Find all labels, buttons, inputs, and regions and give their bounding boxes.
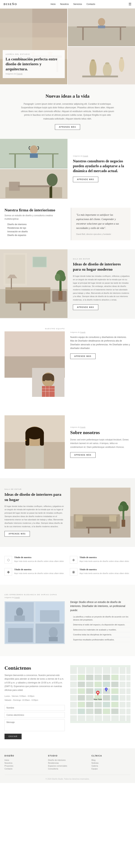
footer-col-1: Diseño Inicio Nosotros Proyectos Contact… — [4, 755, 44, 770]
equipo-author-label: Imágenes de Freepik — [70, 332, 131, 333]
footer-col3-link-3[interactable]: Galería — [91, 765, 131, 767]
footer-col2-link-3[interactable]: Espacios comerciales — [48, 765, 87, 767]
svg-rect-107 — [109, 528, 111, 534]
hero-image-2 — [68, 8, 135, 46]
svg-point-53 — [55, 274, 60, 281]
svg-rect-164 — [103, 709, 110, 714]
consultores-images — [0, 139, 68, 199]
nav-link-contacto[interactable]: Contacto — [87, 3, 95, 5]
firma-list-item-3: Innovación en diseño — [4, 230, 64, 234]
sala1-title: Ideas de diseño de interiores para su ho… — [73, 261, 130, 272]
svg-rect-129 — [77, 667, 78, 721]
footer-col1-link-4[interactable]: Contacto — [4, 767, 44, 770]
footer-col1-link-1[interactable]: Inicio — [4, 758, 44, 762]
nav-menu-icon[interactable]: ☰ — [129, 2, 131, 6]
svg-rect-31 — [82, 75, 118, 77]
footer-col1-link-3[interactable]: Proyectos — [4, 765, 44, 767]
icon-shape-1: ◇ — [7, 558, 10, 562]
footer-col3-link-4[interactable]: Equipo — [91, 767, 131, 770]
footer-col1-title: Diseño — [4, 755, 44, 757]
svg-rect-117 — [40, 610, 59, 622]
nav-logo[interactable]: DISEÑO — [4, 3, 17, 6]
sobre-btn[interactable]: APRENDE MÁS — [70, 452, 96, 458]
sobre-author-link[interactable]: Freepik — [80, 426, 86, 428]
equipo-author-link[interactable]: Freepik — [80, 332, 86, 333]
icon-title-3: Título de nuestra — [14, 568, 64, 571]
consult-img-bottom — [0, 169, 68, 199]
sala2-btn[interactable]: APRENDE MÁS — [4, 531, 30, 536]
svg-rect-135 — [126, 667, 126, 721]
equipo-btn[interactable]: APRENDE MÁS — [70, 353, 96, 359]
nav-link-nosotros[interactable]: Nosotros — [60, 3, 69, 5]
sala1-btn[interactable]: APRENDE MÁS — [73, 305, 98, 310]
nav-link-servicios[interactable]: Servicios — [73, 3, 82, 5]
equipo-section: NUESTRO EQUIPO — [0, 319, 135, 406]
svg-rect-152 — [86, 695, 93, 701]
consult-image-label: Imágenes de Freepik — [73, 155, 130, 157]
footer-col3-link-2[interactable]: Noticias — [91, 762, 131, 765]
svg-rect-140 — [111, 675, 118, 680]
consult-img-top — [0, 139, 68, 168]
sobre-title: Sobre nosotros — [70, 430, 131, 435]
contacto-left: Contáctenos Siempre bienvenido a conocer… — [4, 665, 65, 739]
svg-rect-45 — [18, 185, 50, 187]
icon-text-4: Aquí más texto acerca de diseño sobre ot… — [80, 572, 130, 575]
svg-rect-160 — [111, 702, 118, 707]
svg-rect-162 — [86, 709, 93, 714]
footer-col2-link-1[interactable]: Diseño de interiores — [48, 758, 87, 762]
footer: Diseño Inicio Nosotros Proyectos Contact… — [0, 748, 135, 783]
svg-rect-109 — [109, 515, 116, 521]
firma-quote-text: "Lo más importante es satisfacer las asp… — [76, 213, 126, 230]
footer-col-3: Clínica Blog Noticias Galería Equipo — [91, 755, 131, 770]
svg-point-102 — [118, 505, 123, 511]
svg-point-171 — [106, 688, 107, 689]
svg-rect-165 — [111, 709, 118, 714]
contacto-hours: Lunes - Viernes: 9:00am - 6:00pm Sábado … — [4, 694, 65, 702]
elegancia-list: La planifica y realiza un proyecto de di… — [70, 614, 131, 642]
icon-shape-3: ◆ — [7, 570, 10, 574]
sobre-image — [4, 415, 65, 469]
icon-box-4: ◉ — [70, 568, 77, 576]
sala2-image — [70, 487, 131, 538]
consultores-btn[interactable]: APRENDE MÁS — [73, 177, 98, 182]
svg-point-168 — [97, 692, 98, 693]
firma-list-item-1: Diseño de interiores — [4, 222, 64, 226]
footer-col1-link-2[interactable]: Nosotros — [4, 762, 44, 765]
svg-point-24 — [98, 18, 105, 26]
svg-point-54 — [60, 275, 66, 281]
svg-rect-139 — [103, 675, 110, 680]
form-message-textarea[interactable] — [4, 719, 65, 731]
svg-rect-108 — [76, 515, 83, 521]
hero-author-link[interactable]: Freepik — [16, 73, 22, 75]
svg-rect-133 — [110, 667, 111, 721]
svg-rect-25 — [98, 26, 105, 28]
equipo-grid: NUESTRO EQUIPO — [4, 328, 131, 397]
firma-list-item-2: Residencias de lujo — [4, 226, 64, 230]
consultores-section: Imágenes de Freepik Nuestros consultores… — [0, 139, 135, 199]
contact-form: ENVIAR — [4, 705, 65, 739]
contacto-text-p: Siempre bienvenido a conocernos. Nuestro… — [4, 674, 65, 692]
nav-link-inicio[interactable]: Inicio — [51, 3, 56, 5]
footer-col3-link-1[interactable]: Blog — [91, 758, 131, 762]
svg-rect-64 — [33, 257, 46, 267]
consult-image-link[interactable]: Freepik — [83, 155, 88, 157]
form-name-input[interactable] — [4, 705, 65, 711]
firma-quote-author: David Bell, director ejecutivo y fundado… — [76, 233, 126, 235]
form-row-message — [4, 719, 65, 732]
navigation: DISEÑO Inicio Nosotros Servicios Contact… — [0, 0, 135, 8]
footer-copyright: © 2024 Diseño Studio. Todos los derechos… — [46, 778, 89, 780]
sala2-section: SALA DE ESTAR Ideas de diseño de interio… — [0, 478, 135, 547]
svg-rect-154 — [103, 695, 110, 701]
ideas-btn[interactable]: APRENDE MÁS — [55, 124, 80, 130]
icon-content-3: Título de nuestra Aquí más texto acerca … — [14, 568, 64, 575]
elegancia-author-link[interactable]: Freepik — [14, 597, 20, 598]
footer-col2-link-2[interactable]: Residencias — [48, 762, 87, 765]
form-submit-btn[interactable]: ENVIAR — [4, 734, 21, 739]
svg-rect-124 — [70, 687, 131, 688]
firma-list: Diseño de interiores Residencias de lujo… — [4, 222, 64, 237]
form-email-input[interactable] — [4, 712, 65, 718]
sala2-text-p: El lugar donde todas las miradas confluy… — [4, 505, 65, 528]
svg-rect-37 — [52, 154, 54, 168]
footer-col2-link-4[interactable]: Consultoría — [48, 767, 87, 770]
svg-point-27 — [89, 59, 96, 77]
